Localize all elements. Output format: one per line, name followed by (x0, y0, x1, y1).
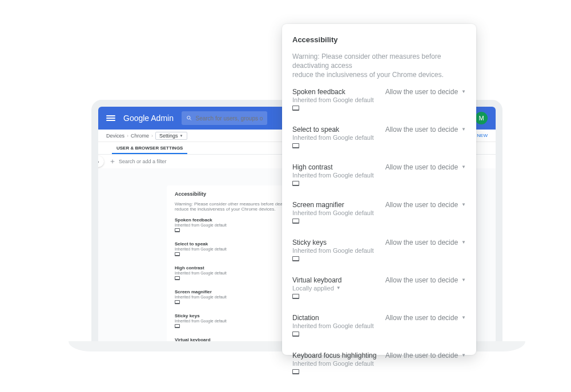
chevron-right-icon: › (151, 133, 153, 139)
setting-row: High contrastInherited from Google defau… (292, 163, 466, 186)
setting-label: Screen magnifier (175, 289, 227, 294)
setting-label: Spoken feedback (292, 88, 385, 96)
setting-label: Screen magnifier (292, 201, 385, 209)
device-icon (292, 256, 299, 261)
device-icon (175, 228, 180, 232)
setting-source: Inherited from Google default (175, 271, 227, 275)
setting-value-label: Allow the user to decide (385, 126, 458, 134)
setting-source: Inherited from Google default (175, 295, 227, 299)
device-icon (292, 106, 299, 111)
chevron-down-icon: ▼ (461, 127, 466, 132)
setting-left: Spoken feedbackInherited from Google def… (175, 217, 227, 232)
chevron-down-icon: ▼ (461, 353, 466, 358)
setting-row: Spoken feedbackInherited from Google def… (292, 88, 466, 111)
setting-value-dropdown[interactable]: Allow the user to decide▼ (385, 314, 466, 322)
device-icon (175, 324, 180, 328)
setting-left: High contrastInherited from Google defau… (175, 265, 227, 280)
setting-value-dropdown[interactable]: Allow the user to decide▼ (385, 201, 466, 209)
breadcrumb-item[interactable]: Chrome (131, 133, 149, 139)
setting-source: Inherited from Google default (292, 322, 385, 329)
setting-value-label: Allow the user to decide (385, 276, 458, 284)
breadcrumb-item[interactable]: Devices (106, 133, 124, 139)
setting-source: Inherited from Google default (175, 247, 227, 251)
setting-value-dropdown[interactable]: Allow the user to decide▼ (385, 126, 466, 134)
setting-value-label: Allow the user to decide (385, 201, 458, 209)
chevron-down-icon: ▼ (461, 89, 466, 94)
setting-label: High contrast (292, 163, 385, 171)
setting-source: Inherited from Google default (175, 223, 227, 227)
panel-warning: Warning: Please consider other measures … (292, 52, 466, 80)
setting-label: Dictation (292, 314, 385, 322)
chevron-right-icon: › (127, 133, 128, 139)
chevron-down-icon: ▼ (461, 315, 466, 320)
setting-source: Inherited from Google default (292, 96, 385, 103)
device-icon (292, 181, 299, 186)
setting-value-label: Allow the user to decide (385, 351, 458, 359)
setting-left: Select to speakInherited from Google def… (175, 241, 227, 256)
device-icon (175, 300, 180, 304)
setting-label: Spoken feedback (175, 217, 227, 223)
setting-left: High contrastInherited from Google defau… (292, 163, 385, 186)
device-icon (175, 252, 180, 256)
setting-source: Inherited from Google default (292, 172, 385, 179)
setting-left: Screen magnifierInherited from Google de… (175, 289, 227, 304)
setting-value-dropdown[interactable]: Allow the user to decide▼ (385, 239, 466, 246)
setting-left: Virtual keyboardLocally applied ▼ (292, 276, 385, 299)
device-icon (292, 294, 299, 299)
setting-label: Select to speak (292, 126, 385, 134)
setting-label: Virtual keyboard (292, 276, 385, 284)
setting-left: Sticky keysInherited from Google default (292, 239, 385, 261)
setting-value-dropdown[interactable]: Allow the user to decide▼ (385, 88, 466, 96)
avatar[interactable]: M (475, 112, 488, 124)
setting-value-label: Allow the user to decide (385, 239, 458, 246)
setting-left: DictationInherited from Google default (292, 314, 385, 337)
panel-title: Accessibility (292, 35, 466, 44)
breadcrumb-pill[interactable]: Settings ▼ (155, 132, 187, 140)
setting-value-dropdown[interactable]: Allow the user to decide▼ (385, 276, 466, 284)
chevron-down-icon: ▼ (180, 134, 183, 138)
filter-placeholder[interactable]: Search or add a filter (119, 159, 167, 164)
setting-row: DictationInherited from Google default A… (292, 314, 466, 337)
device-icon (292, 219, 299, 224)
setting-row: Virtual keyboardLocally applied ▼Allow t… (292, 276, 466, 299)
setting-left: Keyboard focus highlightingInherited fro… (292, 351, 385, 374)
svg-point-0 (187, 116, 190, 119)
plus-icon[interactable] (110, 159, 115, 164)
chevron-down-icon: ▼ (461, 277, 466, 282)
device-icon (175, 276, 180, 280)
setting-row: Select to speakInherited from Google def… (292, 126, 466, 148)
setting-left: Sticky keysInherited from Google default (175, 313, 227, 328)
expand-toggle[interactable]: › (93, 156, 104, 167)
setting-label: High contrast (175, 265, 227, 270)
setting-value-dropdown[interactable]: Allow the user to decide▼ (385, 163, 466, 171)
setting-label: Select to speak (175, 241, 227, 246)
settings-panel: Accessibility Warning: Please consider o… (282, 24, 476, 355)
setting-left: Screen magnifierInherited from Google de… (292, 201, 385, 224)
search-box[interactable] (182, 111, 267, 125)
setting-source: Inherited from Google default (175, 319, 227, 323)
search-icon (186, 115, 192, 122)
tab-user-browser-settings[interactable]: USER & BROWSER SETTINGS (112, 146, 187, 154)
chevron-down-icon: ▼ (461, 240, 466, 245)
setting-value-label: Allow the user to decide (385, 314, 458, 322)
svg-line-1 (190, 119, 191, 120)
setting-value-label: Allow the user to decide (385, 88, 458, 96)
setting-row: Keyboard focus highlightingInherited fro… (292, 351, 466, 374)
search-input[interactable] (195, 115, 262, 122)
setting-value-label: Allow the user to decide (385, 163, 458, 171)
menu-icon[interactable] (106, 114, 115, 122)
chevron-down-icon: ▼ (336, 285, 341, 290)
device-icon (292, 332, 299, 337)
chevron-down-icon: ▼ (461, 202, 466, 207)
setting-value-dropdown[interactable]: Allow the user to decide▼ (385, 351, 466, 359)
admin-title: Google Admin (123, 114, 174, 123)
setting-label: Sticky keys (175, 313, 227, 318)
setting-left: Spoken feedbackInherited from Google def… (292, 88, 385, 111)
device-icon (292, 369, 299, 374)
setting-left: Select to speakInherited from Google def… (292, 126, 385, 148)
setting-source: Inherited from Google default (292, 360, 385, 367)
setting-row: Screen magnifierInherited from Google de… (292, 201, 466, 224)
chevron-down-icon: ▼ (461, 164, 466, 169)
setting-label: Keyboard focus highlighting (292, 351, 385, 359)
breadcrumb-pill-label: Settings (159, 133, 178, 139)
